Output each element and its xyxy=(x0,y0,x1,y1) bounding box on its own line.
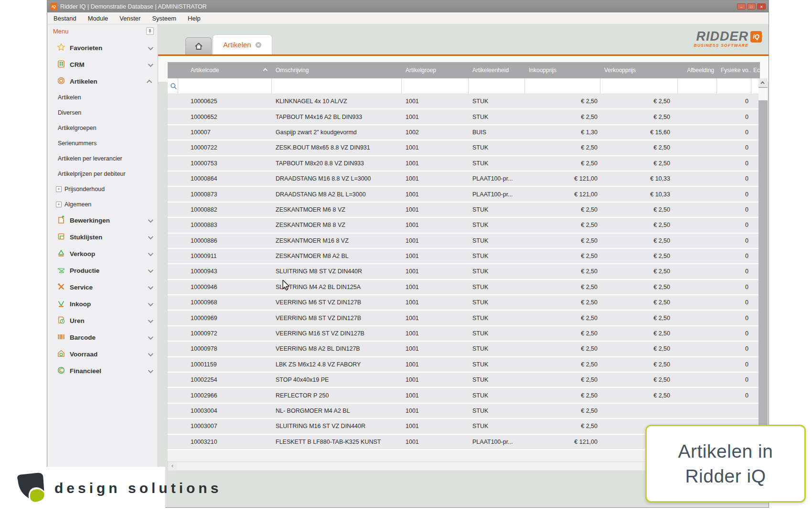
table-row[interactable]: 10000652TAPBOUT M4x16 A2 BL DIN9331001ST… xyxy=(168,109,760,125)
filter-input-inkoop[interactable] xyxy=(525,78,600,94)
column-header-code[interactable]: Artikelcode xyxy=(178,62,272,78)
cell-afb xyxy=(678,234,717,248)
menu-module[interactable]: Module xyxy=(88,15,108,22)
column-header-label: Omschrijving xyxy=(276,67,309,74)
sidebar-group-favorieten[interactable]: Favorieten xyxy=(47,40,158,56)
cell-groep: 1001 xyxy=(402,234,469,248)
sidebar-item-diversen[interactable]: Diversen xyxy=(47,105,158,120)
filter-input-eenheid[interactable] xyxy=(469,78,525,94)
sidebar-group-financieel[interactable]: Financieel xyxy=(47,363,158,379)
callout-line1: Artikelen in xyxy=(678,439,773,464)
menu-systeem[interactable]: Systeem xyxy=(152,15,176,22)
column-header-eenheid[interactable]: Artikeleenheid xyxy=(469,62,525,78)
sidebar-group-uren[interactable]: Uren xyxy=(47,312,158,329)
expand-box-icon[interactable]: + xyxy=(56,202,62,207)
tab-artikelen[interactable]: Artikelen xyxy=(213,34,272,54)
table-row[interactable]: 10000873DRAADSTANG M8 A2 BL L=30001001PL… xyxy=(168,187,760,202)
sidebar-item-artikelprijzen-per-debiteur[interactable]: Artikelprijzen per debiteur xyxy=(47,166,158,182)
column-header-oms[interactable]: Omschrijving xyxy=(272,62,402,78)
table-row[interactable]: 10000882ZESKANTMOER M6 8 VZ1001STUK€ 2,5… xyxy=(168,203,760,218)
table-row[interactable]: 10003004NL- BORGMOER M4 A2 BL1001STUK€ 2… xyxy=(168,404,760,419)
table-row[interactable]: 10000753TAPBOUT M8x20 8.8 VZ DIN9331001S… xyxy=(168,156,760,172)
vertical-scrollbar[interactable] xyxy=(759,78,768,461)
table-row[interactable]: 10001159LBK ZS M6x12 4.8 VZ FABORY1001ST… xyxy=(168,357,760,373)
cell-afb xyxy=(678,249,717,263)
filter-input-verkoop[interactable] xyxy=(600,78,678,94)
cell-afb xyxy=(678,187,717,201)
table-row[interactable]: 10000864DRAADSTANG M16 8.8 VZ L=30001001… xyxy=(168,172,760,187)
scroll-up-button[interactable] xyxy=(759,78,768,87)
table-row[interactable]: 10000883ZESKANTMOER M8 8 VZ1001STUK€ 2,5… xyxy=(168,218,760,233)
table-row[interactable]: 10000911ZESKANTMOER M8 A2 BL1001STUK€ 2,… xyxy=(168,249,760,264)
table-row[interactable]: 10000978VEERRING M8 A2 BL DIN127B1001STU… xyxy=(168,342,760,357)
filter-input-afb[interactable] xyxy=(678,78,717,94)
menu-help[interactable]: Help xyxy=(188,15,201,22)
chevron-down-icon xyxy=(148,217,153,222)
sidebar-group-inkoop[interactable]: Inkoop xyxy=(47,296,158,312)
tab-close-icon[interactable] xyxy=(255,42,262,48)
column-header-verkoop[interactable]: Verkoopprijs xyxy=(600,62,678,78)
sidebar-group-service[interactable]: Service xyxy=(47,279,158,296)
cell-verkoop: € 15,60 xyxy=(600,125,678,139)
sidebar-group-productie[interactable]: Productie xyxy=(47,262,158,279)
menu-venster[interactable]: Venster xyxy=(119,15,140,22)
table-row[interactable]: 10002966REFLECTOR P 2501001STUK€ 2,50€ 2… xyxy=(168,388,760,403)
sidebar: Menu FavorietenCRMArtikelenArtikelenDive… xyxy=(47,24,158,507)
sidebar-group-voorraad[interactable]: Voorraad xyxy=(47,346,158,363)
cell-oms: VEERRING M6 ST VZ DIN127B xyxy=(272,295,402,310)
sidebar-item-serienummers[interactable]: Serienummers xyxy=(47,136,158,151)
filter-input-fys[interactable] xyxy=(717,78,751,94)
table-row[interactable]: 10000943SLUITRING M8 ST VZ DIN440R1001ST… xyxy=(168,264,760,279)
scrollbar-thumb[interactable] xyxy=(759,88,768,100)
sidebar-tree-algemeen[interactable]: +Algemeen xyxy=(47,197,158,212)
column-header-inkoop[interactable]: Inkoopprijs xyxy=(525,62,600,78)
column-header-gutter xyxy=(168,62,178,78)
table-row[interactable]: 10002254STOP 40x40x19 PE1001STUK€ 2,50€ … xyxy=(168,373,760,388)
cell-eenheid: STUK xyxy=(469,404,525,418)
maximize-button[interactable]: □ xyxy=(747,3,756,10)
sidebar-item-artikelen[interactable]: Artikelen xyxy=(47,90,158,105)
sidebar-item-artikelen-per-leverancier[interactable]: Artikelen per leverancier xyxy=(47,151,158,166)
tab-home[interactable] xyxy=(185,37,212,54)
table-row[interactable]: 10000946SLUITRING M4 A2 BL DIN125A1001ST… xyxy=(168,280,760,295)
table-row[interactable]: 100007Gaspijp zwart 2" koudgevormd1002BU… xyxy=(168,125,760,140)
cell-eenheid: STUK xyxy=(469,264,525,279)
pin-button[interactable] xyxy=(146,27,154,35)
title-bar: iQ Ridder IQ | Demonstratie Database | A… xyxy=(47,0,769,12)
table-row[interactable]: 10000968VEERRING M6 ST VZ DIN127B1001STU… xyxy=(168,295,760,311)
filter-input-groep[interactable] xyxy=(402,78,469,94)
sidebar-group-stuklijsten[interactable]: Stuklijsten xyxy=(47,229,158,246)
menu-bestand[interactable]: Bestand xyxy=(53,15,76,22)
table-row[interactable]: 10000722ZESK.BOUT M8x65 8.8 VZ DIN931100… xyxy=(168,140,760,156)
cell-eenheid: PLAAT100-pr... xyxy=(469,187,525,201)
column-header-fys[interactable]: Fysieke vo... xyxy=(717,62,751,78)
cell-afb xyxy=(678,109,717,124)
cell-afb xyxy=(678,357,717,372)
cell-code: 10000625 xyxy=(178,94,272,108)
sidebar-group-barcode[interactable]: Barcode xyxy=(47,329,158,346)
sidebar-group-crm[interactable]: CRM xyxy=(47,56,158,73)
cell-verkoop: € 2,50 xyxy=(600,94,678,108)
sidebar-group-label: Service xyxy=(70,284,93,291)
filter-input-code[interactable] xyxy=(178,78,272,94)
sidebar-group-verkoop[interactable]: Verkoop xyxy=(47,246,158,262)
column-header-ec[interactable]: Ec xyxy=(751,62,760,78)
filter-input-oms[interactable] xyxy=(272,78,402,94)
screenshot-stage: iQ Ridder IQ | Demonstratie Database | A… xyxy=(0,0,812,515)
expand-box-icon[interactable]: + xyxy=(56,186,62,192)
cell-code: 10000886 xyxy=(178,234,272,248)
cell-oms: VEERRING M8 A2 BL DIN127B xyxy=(272,342,402,356)
table-row[interactable]: 10000969VEERRING M8 ST VZ DIN127B1001STU… xyxy=(168,311,760,326)
sidebar-group-bewerkingen[interactable]: Bewerkingen xyxy=(47,212,158,229)
table-row[interactable]: 10000886ZESKANTMOER M16 8 VZ1001STUK€ 2,… xyxy=(168,234,760,249)
close-button[interactable]: ✕ xyxy=(757,3,766,10)
column-header-groep[interactable]: Artikelgroep xyxy=(402,62,469,78)
minimize-button[interactable]: – xyxy=(737,3,746,10)
sidebar-item-artikelgroepen[interactable]: Artikelgroepen xyxy=(47,120,158,136)
table-filter-row xyxy=(168,78,760,94)
table-row[interactable]: 10000625KLINKNAGEL 4x 10 AL/VZ1001STUK€ … xyxy=(168,94,760,109)
sidebar-group-artikelen[interactable]: Artikelen xyxy=(47,73,158,90)
table-row[interactable]: 10000972VEERRING M16 ST VZ DIN127B1001ST… xyxy=(168,326,760,342)
sidebar-tree-prijsonderhoud[interactable]: +Prijsonderhoud xyxy=(47,182,158,197)
column-header-afb[interactable]: Afbeelding xyxy=(678,62,717,78)
